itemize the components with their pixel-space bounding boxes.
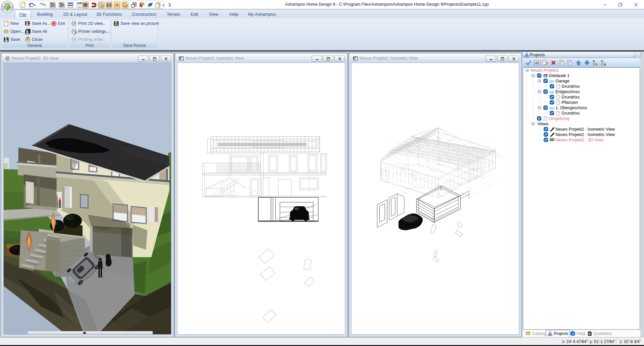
button-printer-settings[interactable]: Printer settings...: [71, 28, 110, 35]
panel-tab-help[interactable]: ?Help: [569, 330, 586, 337]
button-close[interactable]: Close: [25, 36, 43, 43]
w2-close-button[interactable]: [334, 56, 345, 62]
tree-item[interactable]: 1. Obergeschoss: [523, 105, 640, 111]
tree-item[interactable]: Grundriss: [523, 111, 640, 116]
ptb-sort-az-button[interactable]: AZ: [591, 59, 599, 66]
tree-expander-icon[interactable]: [538, 106, 541, 109]
qat-snap-points[interactable]: [114, 2, 120, 8]
qat-columns[interactable]: [106, 2, 112, 8]
tree-item[interactable]: Grundriss: [523, 84, 640, 89]
3d-view-content[interactable]: [3, 63, 171, 335]
tree-item[interactable]: Pflanzen: [523, 100, 640, 105]
ptb-copy-button[interactable]: [558, 59, 566, 66]
button-exit[interactable]: Exit: [51, 20, 65, 27]
tree-checkbox[interactable]: [537, 73, 541, 78]
qat-3d-view[interactable]: 3D: [58, 2, 65, 8]
panel-pin-icon[interactable]: [633, 53, 638, 58]
application-menu-button[interactable]: [1, 1, 14, 13]
qat-select-area[interactable]: [98, 2, 105, 8]
tree-checkbox[interactable]: [543, 106, 548, 110]
tab-edit[interactable]: Edit: [189, 10, 201, 19]
tab-3d-functions[interactable]: 3D Functions: [95, 10, 123, 19]
tree-checkbox[interactable]: [537, 116, 541, 121]
tree-checkbox[interactable]: [550, 95, 554, 99]
w3-maximize-button[interactable]: [497, 56, 507, 62]
qat-new-page[interactable]: [20, 2, 26, 8]
ptb-confirm-button[interactable]: [525, 59, 533, 66]
button-open[interactable]: Open...: [3, 28, 24, 35]
tree-expander-icon[interactable]: [532, 74, 535, 77]
tree-checkbox[interactable]: [544, 132, 548, 137]
w1-minimize-button[interactable]: [138, 56, 148, 62]
tab-terrain[interactable]: Terrain: [165, 10, 182, 19]
tree-item[interactable]: Gebäude 1: [523, 73, 640, 78]
isometric-1-content[interactable]: [177, 63, 345, 335]
tree-item[interactable]: Garage: [523, 78, 640, 84]
ptb-paste-copy-button[interactable]: [566, 59, 574, 66]
tree-expander-icon[interactable]: [538, 90, 541, 93]
qat-grid[interactable]: [82, 2, 89, 8]
tab-file[interactable]: File: [15, 10, 31, 19]
tree-item[interactable]: Grundriss: [523, 94, 640, 100]
qat-magnet[interactable]: [91, 2, 97, 8]
tree-checkbox[interactable]: [550, 84, 554, 88]
w2-minimize-button[interactable]: [312, 56, 322, 62]
tree-checkbox[interactable]: [550, 100, 554, 105]
qat-copy-pages[interactable]: [155, 2, 161, 8]
tree-checkbox[interactable]: [544, 127, 548, 131]
tree-item[interactable]: Neues Projekt2 : Isometric View: [523, 132, 640, 137]
tab-view[interactable]: View: [207, 10, 220, 19]
w2-maximize-button[interactable]: [323, 56, 333, 62]
tree-expander-icon[interactable]: [526, 69, 529, 72]
qat-copy-dropdown[interactable]: [162, 2, 165, 8]
w1-maximize-button[interactable]: [149, 56, 160, 62]
ptb-delete-button[interactable]: [549, 59, 557, 66]
tab-my-ashampoo[interactable]: My Ashampoo: [247, 10, 277, 19]
restore-button[interactable]: [613, 1, 627, 8]
3d-view-scroll-strip[interactable]: [28, 331, 153, 334]
qat-texture-flag[interactable]: [139, 2, 145, 8]
tree-item[interactable]: Erdgeschoss: [523, 89, 640, 94]
minimize-button[interactable]: [598, 1, 612, 8]
qat-2d-view[interactable]: 2D: [49, 2, 56, 8]
tree-item[interactable]: 3DNeues Projekt2 : 3D-View: [523, 137, 640, 143]
w1-close-button[interactable]: [161, 56, 171, 62]
w3-close-button[interactable]: [508, 56, 519, 62]
ptb-edit-page-button[interactable]: [541, 59, 549, 66]
button-save[interactable]: Save: [3, 36, 20, 43]
isometric-2-content[interactable]: [351, 63, 519, 335]
qat-select-arrow[interactable]: [122, 2, 128, 8]
qat-undo-dropdown[interactable]: [33, 2, 36, 8]
qat-overlap-boxes[interactable]: [130, 2, 137, 8]
button-printing-order[interactable]: Printing order: [71, 36, 103, 43]
ptb-sort-za-button[interactable]: ZA: [599, 59, 607, 66]
tree-item[interactable]: Umgebung: [523, 116, 640, 121]
ptb-rename-button[interactable]: abl: [533, 59, 541, 66]
tree-checkbox[interactable]: [543, 89, 548, 94]
panel-tab-projects[interactable]: Projects: [546, 330, 570, 337]
tab-building[interactable]: Building: [35, 10, 55, 19]
tree-expander-icon[interactable]: [538, 79, 541, 82]
qat-parallelogram[interactable]: [147, 2, 154, 8]
qat-more-button[interactable]: [168, 3, 172, 7]
w3-minimize-button[interactable]: [486, 56, 496, 62]
tree-item[interactable]: Views: [523, 121, 640, 127]
button-new[interactable]: New: [3, 20, 19, 27]
qat-split-horizontal[interactable]: [67, 2, 74, 8]
tab-2d-layout[interactable]: 2D & Layout: [62, 10, 89, 19]
close-button[interactable]: [629, 1, 643, 8]
panel-tab-catalog[interactable]: Catalog: [524, 330, 547, 337]
tab-help[interactable]: Help: [227, 10, 241, 19]
tree-item[interactable]: Neues Projekt2: [523, 68, 640, 73]
button-print-2d-view[interactable]: Print 2D view...: [71, 20, 106, 27]
qat-redo-dropdown[interactable]: [44, 2, 47, 8]
button-save-as[interactable]: Save As...: [25, 20, 51, 27]
ptb-move-up-button[interactable]: [575, 59, 583, 66]
panel-tab-quantities[interactable]: Quantities: [586, 330, 613, 337]
tree-checkbox[interactable]: [550, 111, 554, 115]
tree-checkbox[interactable]: [543, 79, 548, 83]
tree-checkbox[interactable]: [544, 138, 548, 142]
tree-item[interactable]: Neues Projekt2 : Isometric View: [523, 127, 640, 132]
tree-expander-icon[interactable]: [532, 122, 535, 125]
button-save-all[interactable]: Save All: [25, 28, 47, 35]
